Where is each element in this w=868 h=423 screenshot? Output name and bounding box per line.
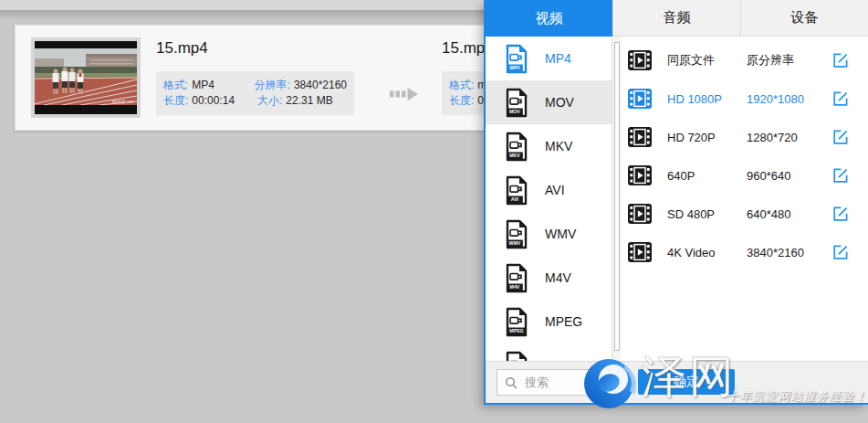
format-label: MP4 [545,51,571,66]
edit-profile-button[interactable] [832,206,849,222]
search-box [497,369,613,396]
file-format-icon [506,351,528,362]
edit-profile-button[interactable] [832,167,849,184]
svg-text:MOV: MOV [509,109,520,114]
profile-name: 同原文件 [667,52,747,69]
profile-resolution: 1280*720 [747,131,831,144]
file-format-icon: AVI [506,175,528,206]
edit-icon [832,167,849,184]
popup-tab-bar: 视频 音频 设备 [486,0,868,37]
thumbnail-watermark: 梅帅亚.net [112,100,133,104]
video-thumbnail-frame: 梅帅亚.net [35,41,137,114]
edit-icon [832,129,849,145]
format-select-popup: 视频 音频 设备 MP4MP4MOVMOVMKVMKVAVIAVIWMVWMVM… [484,0,868,405]
format-label: M4V [545,270,571,285]
svg-text:MP4: MP4 [510,65,520,70]
format-item-wmv[interactable]: WMVWMV [486,212,612,256]
film-icon [628,89,652,109]
format-label: 格式: [163,79,188,91]
source-file-info: 格式:MP4 分辨率:3840*2160 长度:00:00:14 大小:22.3… [156,71,354,115]
profile-name: 4K Video [667,246,747,259]
format-item-mkv[interactable]: MKVMKV [486,124,612,168]
profile-row-4k-video[interactable]: 4K Video3840*2160 [621,233,868,271]
format-list: MP4MP4MOVMOVMKVMKVAVIAVIWMVWMVM4VM4VMPEG… [486,37,612,361]
edit-profile-button[interactable] [832,129,849,145]
source-file-title: 15.mp4 [156,39,208,58]
file-format-icon: MOV [506,88,528,118]
file-format-icon: M4V [506,263,528,293]
confirm-button[interactable]: 确定 [638,369,735,395]
file-format-icon: MPEG [506,307,528,337]
svg-text:M4V: M4V [510,284,520,290]
resolution-value: 3840*2160 [294,79,347,91]
format-label: WMV [545,227,576,241]
format-value: MP4 [192,79,214,91]
scrollbar-thumb[interactable] [614,42,620,351]
file-format-icon: MKV [506,132,528,162]
format-list-scrollbar [612,37,621,361]
film-icon [628,204,652,224]
profile-name: 640P [667,169,747,183]
format-item-mov[interactable]: MOVMOV [486,80,612,124]
profile-list: 同原文件原分辨率HD 1080P1920*1080HD 720P1280*720… [621,37,868,361]
profile-name: HD 720P [667,131,747,144]
tab-video[interactable]: 视频 [486,0,612,37]
search-input[interactable] [523,375,609,390]
edit-icon [832,52,849,69]
profile-resolution: 960*640 [747,169,831,183]
format-label: AVI [545,183,565,197]
size-value: 22.31 MB [286,94,332,107]
profile-row-hd-1080p[interactable]: HD 1080P1920*1080 [621,79,868,118]
film-icon [628,242,652,262]
format-item-avi[interactable]: AVIAVI [486,168,612,212]
svg-text:AVI: AVI [511,196,519,202]
format-item-mp4[interactable]: MP4MP4 [486,37,612,80]
film-icon [628,50,652,70]
profile-row-hd-720p[interactable]: HD 720P1280*720 [621,118,868,156]
svg-text:MKV: MKV [509,153,520,158]
profile-resolution: 3840*2160 [747,246,831,259]
convert-arrow-icon [390,86,419,106]
format-label: 格式: [449,79,474,91]
profile-row-同原文件[interactable]: 同原文件原分辨率 [621,41,868,79]
format-label: MOV [545,95,574,110]
app-window: 梅帅亚.net 15.mp4 格式:MP4 分辨率:3840*2160 长度:0… [0,0,868,423]
format-item-mpeg[interactable]: MPEGMPEG [486,300,612,344]
profile-name: SD 480P [667,207,747,221]
edit-icon [832,206,849,222]
edit-profile-button[interactable] [832,52,849,69]
popup-bottom-bar: 确定 [486,361,868,403]
format-item-partial[interactable] [486,344,612,361]
tab-device[interactable]: 设备 [740,0,868,37]
file-format-icon: WMV [506,219,528,249]
profile-name: HD 1080P [667,92,747,106]
edit-icon [832,90,849,107]
svg-text:MPEG: MPEG [509,328,523,333]
format-label: MKV [545,139,572,153]
format-label: MPEG [545,314,582,329]
video-thumbnail[interactable]: 梅帅亚.net [31,37,141,118]
profile-resolution: 640*480 [747,207,831,221]
video-thumbnail-image [35,48,137,105]
profile-resolution: 原分辨率 [747,52,831,69]
film-icon [628,127,652,147]
edit-profile-button[interactable] [832,90,849,107]
profile-resolution: 1920*1080 [747,92,831,106]
edit-profile-button[interactable] [832,244,849,260]
duration-value: 00:00:14 [192,94,235,107]
duration-label: 长度: [163,94,188,107]
resolution-label: 分辨率: [255,79,290,91]
search-icon [505,376,518,389]
duration-label: 长度: [449,94,474,107]
profile-row-sd-480p[interactable]: SD 480P640*480 [621,195,868,233]
edit-icon [832,244,849,260]
tab-audio[interactable]: 音频 [612,0,740,37]
film-icon [628,165,652,185]
format-item-m4v[interactable]: M4VM4V [486,256,612,300]
file-format-icon: MP4 [506,44,528,74]
svg-text:WMV: WMV [509,240,521,246]
size-label: 大小: [257,94,282,107]
profile-row-640p[interactable]: 640P960*640 [621,156,868,195]
